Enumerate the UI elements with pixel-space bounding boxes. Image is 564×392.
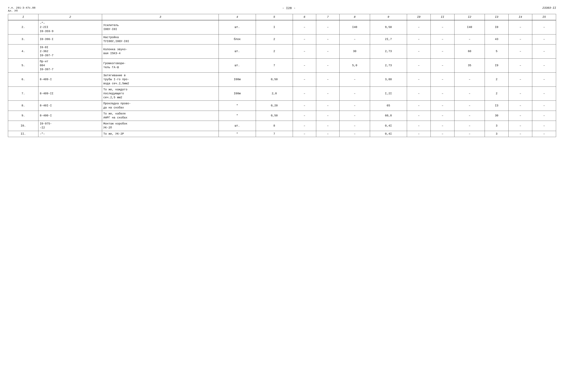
table-row: 2.–"–2-2III0-359-9УсилительI00У-I0Iшт.I–… bbox=[8, 20, 556, 34]
cell-name: НастройкаТУI00У,I00У-I0I bbox=[102, 34, 219, 44]
cell-col7: – bbox=[316, 20, 339, 34]
cell-col12: – bbox=[454, 72, 485, 87]
cell-col5: 2 bbox=[256, 44, 293, 59]
cell-col15: – bbox=[532, 72, 556, 87]
cell-col13: 5 bbox=[485, 44, 509, 59]
cell-col11: – bbox=[431, 34, 454, 44]
cell-col8: – bbox=[340, 86, 370, 101]
cell-num: 4. bbox=[8, 44, 38, 59]
cell-col9: 2I,7 bbox=[370, 34, 407, 44]
cell-name: То же, УК-2Р bbox=[102, 131, 219, 137]
cell-col9: 2,73 bbox=[370, 58, 407, 72]
cell-num: 7. bbox=[8, 86, 38, 101]
table-row: 6.8-409-IЗатягивание втрубы I-го про-вод… bbox=[8, 72, 556, 87]
cell-col13: 3 bbox=[485, 131, 509, 137]
cell-col8: 5,0 bbox=[340, 58, 370, 72]
col-header-3: 3 bbox=[102, 14, 219, 20]
cell-col8: – bbox=[340, 121, 370, 131]
cell-col13: 2 bbox=[485, 86, 509, 101]
cell-col5: 0,50 bbox=[256, 111, 293, 121]
table-row: 4.I6-0I2-362I0-397-7Колонка звуко-вая I5… bbox=[8, 44, 556, 59]
cell-col11: – bbox=[431, 101, 454, 111]
cell-col11: – bbox=[431, 20, 454, 34]
cell-col13: 2 bbox=[485, 72, 509, 87]
cell-unit: I00м bbox=[219, 72, 256, 87]
table-row: 7.8-409-IIТо же, каждогопоследующегосеч.… bbox=[8, 86, 556, 101]
cell-num: II. bbox=[8, 131, 38, 137]
cell-col10: – bbox=[407, 121, 431, 131]
cell-col11: – bbox=[431, 72, 454, 87]
cell-num: 3. bbox=[8, 34, 38, 44]
col-header-6: 6 bbox=[293, 14, 316, 20]
cell-unit: " bbox=[219, 131, 256, 137]
cell-unit: " bbox=[219, 111, 256, 121]
cell-col8: – bbox=[340, 72, 370, 87]
col-header-8: 8 bbox=[340, 14, 370, 20]
cell-col14: – bbox=[509, 111, 532, 121]
cell-code: I0-975-–I2 bbox=[38, 121, 102, 131]
cell-col10: – bbox=[407, 111, 431, 121]
cell-col14: – bbox=[509, 72, 532, 87]
col-header-15: I5 bbox=[532, 14, 556, 20]
main-table: I 2 3 4 5 6 7 8 9 I0 II I2 I3 I4 I5 2.–"… bbox=[8, 14, 556, 137]
cell-col5: 7 bbox=[256, 131, 293, 137]
title-ref: т.п. 291-3-47с.88 bbox=[8, 6, 35, 9]
table-header-row: I 2 3 4 5 6 7 8 9 I0 II I2 I3 I4 I5 bbox=[8, 14, 556, 20]
cell-code: 8-409-I bbox=[38, 72, 102, 87]
cell-col8: I40 bbox=[340, 20, 370, 34]
cell-col14: – bbox=[509, 86, 532, 101]
cell-col6: – bbox=[293, 121, 316, 131]
cell-col6: – bbox=[293, 131, 316, 137]
cell-unit: шт. bbox=[219, 44, 256, 59]
cell-col9: 3,88 bbox=[370, 72, 407, 87]
table-row: I0.I0-975-–I2Монтаж коробокУК-2Пшт.8–––0… bbox=[8, 121, 556, 131]
cell-col8: – bbox=[340, 111, 370, 121]
table-row: 5.Пр-нт084I0-397-7Громкоговори-тель ГА-Ш… bbox=[8, 58, 556, 72]
cell-col6: – bbox=[293, 34, 316, 44]
cell-col5: 2 bbox=[256, 34, 293, 44]
cell-code: 8-40I-I bbox=[38, 101, 102, 111]
cell-col15: – bbox=[532, 131, 556, 137]
cell-col5: 8 bbox=[256, 121, 293, 131]
cell-code: Пр-нт084I0-397-7 bbox=[38, 58, 102, 72]
cell-col7: – bbox=[316, 101, 339, 111]
cell-col7: – bbox=[316, 86, 339, 101]
cell-col9: 2,73 bbox=[370, 44, 407, 59]
cell-col9: 0,4I bbox=[370, 131, 407, 137]
col-header-12: I2 bbox=[454, 14, 485, 20]
cell-col6: – bbox=[293, 101, 316, 111]
cell-col13: I3 bbox=[485, 101, 509, 111]
table-row: 8.8-40I-IПрокладка прово-да на скобах"0,… bbox=[8, 101, 556, 111]
cell-name: То же, каждогопоследующегосеч.2,5 мм2 bbox=[102, 86, 219, 101]
cell-col10: – bbox=[407, 101, 431, 111]
cell-col13: 43 bbox=[485, 34, 509, 44]
cell-col10: – bbox=[407, 44, 431, 59]
cell-col9: 60,8 bbox=[370, 111, 407, 121]
cell-col9: 9,58 bbox=[370, 20, 407, 34]
cell-name: Прокладка прово-да на скобах bbox=[102, 101, 219, 111]
cell-col15: – bbox=[532, 86, 556, 101]
cell-unit: шт. bbox=[219, 20, 256, 34]
cell-col9: 0,4I bbox=[370, 121, 407, 131]
cell-name: УсилительI00У-I0I bbox=[102, 20, 219, 34]
cell-col12: – bbox=[454, 131, 485, 137]
cell-col11: – bbox=[431, 111, 454, 121]
cell-name: То же, кабеляАНРГ на скобах bbox=[102, 111, 219, 121]
cell-code: –"– bbox=[38, 131, 102, 137]
cell-col14: – bbox=[509, 121, 532, 131]
cell-col10: – bbox=[407, 58, 431, 72]
col-header-2: 2 bbox=[38, 14, 102, 20]
table-row: 9.8-400-IТо же, кабеляАНРГ на скобах"0,5… bbox=[8, 111, 556, 121]
cell-col7: – bbox=[316, 131, 339, 137]
cell-col8: 30 bbox=[340, 44, 370, 59]
cell-col10: – bbox=[407, 72, 431, 87]
col-header-1: I bbox=[8, 14, 38, 20]
cell-col12: 35 bbox=[454, 58, 485, 72]
cell-num: 5. bbox=[8, 58, 38, 72]
cell-name: Громкоговори-тель ГА-Ш bbox=[102, 58, 219, 72]
col-header-5: 5 bbox=[256, 14, 293, 20]
cell-col14: – bbox=[509, 34, 532, 44]
cell-col9: I,2I bbox=[370, 86, 407, 101]
page-title: - I28 - bbox=[35, 6, 542, 10]
cell-col11: – bbox=[431, 121, 454, 131]
